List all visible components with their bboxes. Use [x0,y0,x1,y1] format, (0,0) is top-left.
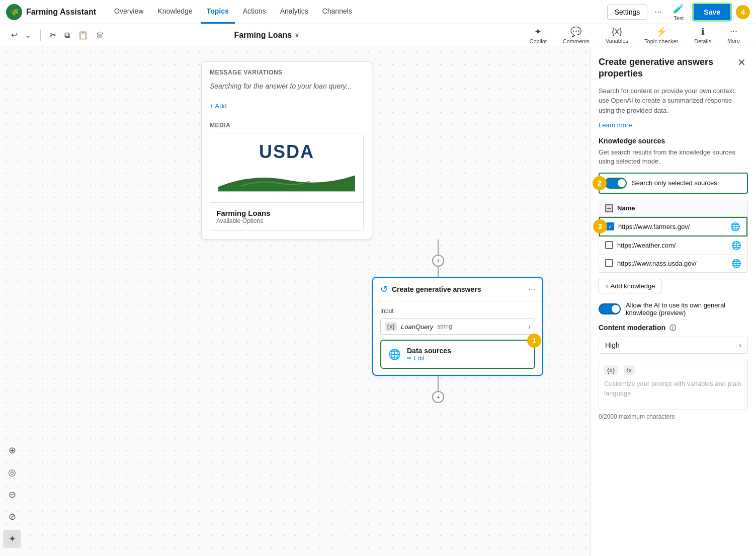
app-logo: 🌾 Farming Assistant [6,4,96,20]
input-label: Input [380,307,535,314]
allow-ai-toggle-row: Allow the AI to use its own general know… [599,301,748,316]
copilot-button[interactable]: ✦ Copilot [526,24,551,46]
media-image-card: USDA Farming Loans Available Options [210,133,364,231]
flow-connector-2: + [286,376,590,403]
gen-card-title: Create generative answers [392,285,525,293]
add-knowledge-button[interactable]: + Add knowledge [599,279,661,293]
select-button[interactable]: ✦ [3,530,21,548]
toggle-knob [618,179,626,187]
step-3-badge: 3 [593,219,607,233]
nav-overview[interactable]: Overview [108,0,149,24]
comments-icon: 💬 [570,26,581,37]
copilot-icon: ✦ [534,26,542,37]
zoom-out-button[interactable]: ⊖ [3,486,21,504]
delete-button[interactable]: 🗑 [93,29,107,42]
settings-button[interactable]: Settings [607,5,648,20]
gen-card-body: Input {x} LoanQuery string › 🌐 Data so [373,301,542,375]
toolbar-left: ↩ ⌄ ✂ ⧉ 📋 🗑 [8,28,234,42]
moderation-value: High [605,341,739,349]
gen-card-more-button[interactable]: ··· [529,285,535,294]
allow-ai-toggle-knob [612,305,620,313]
more-menu-button[interactable]: ··· [651,4,665,20]
topic-checker-button[interactable]: ⚡ Topic checker [640,24,682,46]
canvas: ⊕ ◎ ⊖ ⊘ ✦ Message variations Searching f… [0,46,590,556]
data-sources-section: 🌐 Data sources ✏ Edit 1 [380,340,535,369]
connector-line-2 [438,267,439,277]
right-panel: Create generative answers properties ✕ S… [590,46,756,556]
pan-button[interactable]: ⊘ [3,508,21,526]
nav-topics[interactable]: Topics [201,0,235,24]
allow-ai-label: Allow the AI to use its own general know… [626,301,748,316]
nav-analytics[interactable]: Analytics [274,0,314,24]
source-checkbox-farmers[interactable]: ✓ [606,222,614,230]
details-button[interactable]: ℹ Details [690,24,715,46]
edit-link[interactable]: ✏ Edit [407,355,451,362]
variables-icon: {x} [612,26,622,37]
select-all-checkbox[interactable] [605,204,613,212]
gen-card-header: ↺ Create generative answers ··· [373,278,542,301]
panel-close-button[interactable]: ✕ [735,56,748,68]
step-1-badge: 1 [527,334,541,348]
nav-knowledge[interactable]: Knowledge [151,0,198,24]
knowledge-sources-desc: Get search results from the knowledge so… [599,148,748,166]
gen-answers-wrapper: ↺ Create generative answers ··· Input {x… [201,277,590,376]
target-button[interactable]: ◎ [3,463,21,482]
panel-description: Search for content or provide your own c… [599,86,748,116]
more-icon: ··· [730,26,737,37]
input-arrow-icon: › [528,323,531,331]
knowledge-list-wrapper: Name ✓ https://www.farmers.gov/ 🌐 3 http… [599,200,748,273]
save-button[interactable]: Save [692,3,732,22]
data-sources-info: Data sources ✏ Edit [407,347,451,362]
media-section: Media USDA Farming Loans [202,118,372,239]
test-icon: 🧪 [673,3,684,14]
var-type: string [437,323,452,330]
variable-insert-icon[interactable]: {x} [604,365,618,375]
cut-button[interactable]: ✂ [47,28,59,42]
name-column-header: Name [617,204,635,212]
formula-icon[interactable]: fx [624,365,635,375]
source-globe-icon-nass: 🌐 [731,259,741,268]
prompt-area[interactable]: {x} fx Customize your prompt with variab… [599,360,748,410]
learn-more-link[interactable]: Learn more [599,121,748,129]
connector-line-3 [438,376,439,391]
panel-header: Create generative answers properties ✕ [599,56,748,80]
undo-button[interactable]: ↩ [8,28,21,42]
search-selected-toggle[interactable] [605,178,627,189]
media-card-subtitle: Available Options [216,217,357,224]
gen-answers-icon: ↺ [380,284,388,295]
source-row-weather: https://weather.com/ 🌐 [599,236,747,255]
toolbar: ↩ ⌄ ✂ ⧉ 📋 🗑 Farming Loans ∨ ✦ Copilot 💬 … [0,24,756,46]
add-button[interactable]: + Add [210,100,227,112]
var-name: LoanQuery [401,323,433,331]
source-checkbox-nass[interactable] [605,259,613,267]
zoom-in-button[interactable]: ⊕ [3,441,21,459]
variables-button[interactable]: {x} Variables [602,24,632,46]
comments-button[interactable]: 💬 Comments [559,24,594,46]
toolbar-divider [40,29,41,41]
app-title: Farming Assistant [26,8,96,17]
paste-button[interactable]: 📋 [75,28,91,42]
main-nav: Overview Knowledge Topics Actions Analyt… [108,0,607,24]
toggle-label: Search only selected sources [632,179,717,187]
source-globe-icon-weather: 🌐 [731,241,741,250]
main-area: ⊕ ◎ ⊖ ⊘ ✦ Message variations Searching f… [0,46,756,556]
more-button[interactable]: ··· More [723,24,744,46]
source-url-weather: https://weather.com/ [617,242,727,249]
redo-button[interactable]: ⌄ [22,28,34,42]
nav-channels[interactable]: Channels [316,0,358,24]
toolbar-right: Farming Loans ∨ [234,31,299,40]
canvas-content: Message variations Searching for the ans… [30,61,590,403]
knowledge-header: Name [599,200,747,217]
copy-button[interactable]: ⧉ [61,29,73,42]
source-checkbox-weather[interactable] [605,241,613,249]
topic-title[interactable]: Farming Loans ∨ [234,31,299,40]
flow-plus-button[interactable]: + [432,255,444,267]
allow-ai-toggle[interactable] [599,303,621,314]
media-card-label: Farming Loans Available Options [210,203,363,230]
toggle-row: Search only selected sources [605,178,742,189]
flow-plus-button-2[interactable]: + [432,391,444,403]
content-moderation-selector[interactable]: High › [599,337,748,354]
source-row-nass: https://www.nass.usda.gov/ 🌐 [599,255,747,272]
nav-actions[interactable]: Actions [237,0,272,24]
test-button[interactable]: 🧪 Test [669,1,688,23]
